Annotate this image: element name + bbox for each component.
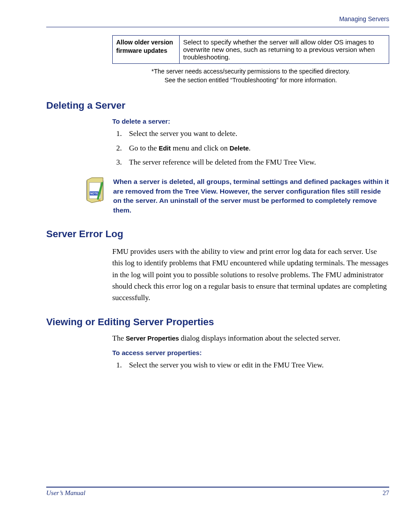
table-block: Allow older version firmware updates Sel…: [112, 35, 389, 84]
delete-step-2: Go to the Edit menu and click on Delete.: [124, 143, 389, 154]
svg-text:NOTE: NOTE: [90, 192, 99, 195]
footer-left: User’s Manual: [46, 489, 85, 497]
header-section-title: Managing Servers: [46, 15, 389, 22]
access-steps: Select the server you wish to view or ed…: [112, 360, 389, 371]
access-step-1: Select the server you wish to view or ed…: [124, 360, 389, 371]
heading-deleting-server: Deleting a Server: [46, 100, 389, 111]
sec2-content: FMU provides users with the ability to v…: [112, 246, 389, 304]
note-text: When a server is deleted, all groups, te…: [113, 177, 389, 215]
page: Managing Servers Allow older version fir…: [0, 0, 420, 510]
table-footnote: *The server needs access/security permis…: [112, 67, 389, 84]
delete-term: Delete: [230, 145, 249, 152]
footnote-line1: *The server needs access/security permis…: [151, 68, 350, 75]
header-rule: [46, 27, 389, 27]
error-log-paragraph: FMU provides users with the ability to v…: [112, 246, 389, 304]
delete-steps: Select the server you want to delete. Go…: [112, 128, 389, 168]
delete-step-3: The server reference will be deleted fro…: [124, 157, 389, 168]
heading-server-error-log: Server Error Log: [46, 228, 389, 240]
note-block: NOTE When a server is deleted, all group…: [84, 177, 389, 215]
sec3-intro: The Server Properties dialog displays in…: [112, 334, 389, 343]
page-number: 27: [383, 489, 389, 497]
subhead-to-delete: To delete a server:: [112, 117, 389, 125]
option-table: Allow older version firmware updates Sel…: [112, 35, 389, 64]
option-description: Select to specify whether the server wil…: [180, 36, 389, 64]
heading-viewing-editing: Viewing or Editing Server Properties: [46, 316, 389, 328]
page-footer: User’s Manual 27: [46, 487, 389, 497]
server-properties-term: Server Properties: [126, 335, 179, 342]
footer-rule: [46, 487, 389, 488]
edit-menu-term: Edit: [159, 145, 171, 152]
delete-step-1: Select the server you want to delete.: [124, 128, 389, 139]
option-label: Allow older version firmware updates: [113, 36, 180, 64]
footnote-line2: See the section entitled “Troubleshootin…: [165, 77, 337, 84]
note-icon: NOTE: [84, 177, 108, 207]
sec1-content: To delete a server: Select the server yo…: [112, 117, 389, 168]
sec3-content: The Server Properties dialog displays in…: [112, 334, 389, 371]
subhead-access-properties: To access server properties:: [112, 349, 389, 356]
